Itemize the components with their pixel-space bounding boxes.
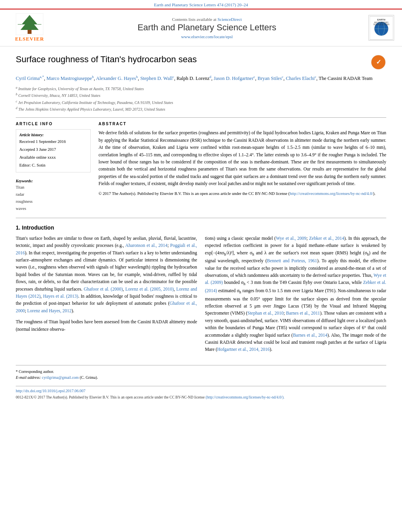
author-stiles[interactable]: Bryan Stiles (258, 76, 282, 81)
accepted-text: Accepted 3 June 2017 (19, 146, 87, 153)
keyword-radar: radar (16, 191, 91, 198)
elsevier-header: ELSEVIER Contents lists available at Sci… (0, 9, 402, 46)
author-elachi[interactable]: Charles Elachi (286, 76, 315, 81)
divider-1 (16, 117, 386, 118)
affil-a: a Institute for Geophysics, University o… (16, 85, 386, 92)
ref-lorenz2005[interactable]: Lorenz et al. (2005, 2010) (125, 287, 174, 291)
ref-barnes2014[interactable]: Barnes et al., 2014 (293, 333, 327, 337)
history-label: Article history: (19, 132, 87, 138)
svg-text:✓: ✓ (376, 59, 381, 65)
ref-wye2009b[interactable]: Wye et al. (2009) (205, 273, 386, 285)
introduction-columns: Titan's surface bodies are similar to th… (16, 235, 386, 357)
editor-text: Editor: C. Sotin (19, 162, 87, 169)
intro-right-col: tions) using a classic specular model (W… (205, 235, 386, 357)
contents-line: Contents lists available at ScienceDirec… (51, 17, 363, 22)
intro-para1: Titan's surface bodies are similar to th… (16, 235, 197, 314)
ref-zebker2014b[interactable]: Zebker et al. (2014) (205, 280, 386, 293)
doi-link[interactable]: http://dx.doi.org/10.1016/j.epsl.2017.06… (16, 389, 386, 393)
earth-logo-icon: EARTH AND PLANETARY SCIENCE LETTERS (368, 15, 394, 41)
abstract-text: We derive fields of solutions for the su… (99, 129, 386, 187)
available-text: Available online xxxx (19, 154, 87, 161)
affil-b: b Cornell University, Ithaca, NY 14853, … (16, 92, 386, 99)
article-title: Surface roughness of Titan's hydrocarbon… (16, 54, 367, 65)
author-wall[interactable]: Stephen D. Wall (140, 76, 173, 81)
intro-para3: tions) using a classic specular model (W… (205, 235, 386, 353)
ref-wye2009[interactable]: Wye et al., 2009 (276, 236, 306, 241)
authors-section: Cyril Grimaa,*, Marco Mastrogiuseppeb, A… (16, 74, 386, 82)
article-info-heading: ARTICLE INFO (16, 122, 91, 126)
article-info-column: ARTICLE INFO Article history: Received 1… (16, 122, 91, 212)
intro-heading: 1. Introduction (16, 224, 386, 231)
author-mastrogiuseppe[interactable]: Marco Mastrogiuseppe (47, 76, 92, 81)
ref-aharonson[interactable]: Aharonson et al., 2014 (125, 243, 168, 248)
author-hofgartner[interactable]: Jason D. Hofgartner (214, 76, 253, 81)
elsevier-tree-icon (16, 13, 43, 35)
ref-bennett[interactable]: Bennett and Porteus, 1961 (267, 258, 317, 263)
svg-text:EARTH: EARTH (377, 19, 385, 21)
earth-logo-box: EARTH AND PLANETARY SCIENCE LETTERS (363, 15, 394, 41)
ref-hayes2013[interactable]: Hayes et al. (2013) (43, 294, 78, 298)
keywords-list: Titan radar roughness waves (16, 184, 91, 212)
header-center: Contents lists available at ScienceDirec… (51, 17, 363, 39)
ref-hofgartner[interactable]: Hofgartner et al., 2014, 2016 (217, 347, 270, 352)
keyword-roughness: roughness (16, 198, 91, 205)
footer-text: 0012-821X/© 2017 The Author(s). Publishe… (16, 395, 386, 400)
abstract-heading: ABSTRACT (99, 122, 386, 126)
keywords-label: Keywords: (16, 179, 91, 183)
elsevier-name: ELSEVIER (15, 36, 44, 42)
footnote-section: * Corresponding author. E-mail address: … (16, 365, 386, 380)
intro-left-col: Titan's surface bodies are similar to th… (16, 235, 197, 357)
footnote-email-name: (C. Grima). (80, 375, 98, 380)
received-text: Received 1 September 2016 (19, 139, 87, 145)
ref-stephan[interactable]: Stephan et al., 2010 (248, 311, 284, 315)
abstract-column: ABSTRACT We derive fields of solutions f… (99, 122, 386, 212)
footnote-star: * Corresponding author. (16, 369, 54, 374)
elsevier-logo: ELSEVIER (8, 13, 51, 42)
affiliations-section: a Institute for Geophysics, University o… (16, 85, 386, 113)
introduction-section: 1. Introduction Titan's surface bodies a… (16, 224, 386, 357)
ref-poggiali[interactable]: Poggiali et al., 2016 (16, 243, 197, 255)
footnote-email-label: E-mail address: (16, 375, 41, 380)
author-grima[interactable]: Cyril Grima (16, 76, 40, 81)
ref-ghafoor2000[interactable]: Ghafoor et al. (2000) (84, 287, 123, 291)
affil-d: d The Johns Hopkins University Applied P… (16, 106, 386, 113)
footer-cc-link[interactable]: (http://creativecommons.org/licenses/by-… (206, 395, 285, 399)
sciencedirect-link[interactable]: ScienceDirect (218, 17, 242, 22)
copyright-line: © 2017 The Author(s). Published by Elsev… (99, 191, 386, 197)
footnote-text: * Corresponding author. E-mail address: … (16, 369, 386, 380)
article-history-box: Article history: Received 1 September 20… (16, 129, 91, 172)
journal-reference[interactable]: Earth and Planetary Science Letters 474 … (154, 2, 248, 7)
main-content: Surface roughness of Titan's hydrocarbon… (0, 46, 402, 408)
svg-rect-3 (28, 30, 32, 34)
ref-lorenz-hayes2[interactable]: Lorenz and Hayes, 2012 (27, 308, 71, 313)
journal-url-link[interactable]: www.elsevier.com/locate/epsl (51, 34, 363, 39)
svg-text:SCIENCE LETTERS: SCIENCE LETTERS (373, 24, 389, 26)
elsevier-logo-box: ELSEVIER (8, 13, 51, 42)
crossmark-icon: ✓ (370, 54, 386, 70)
journal-title: Earth and Planetary Science Letters (51, 22, 363, 33)
article-title-section: Surface roughness of Titan's hydrocarbon… (16, 54, 386, 70)
intro-para2: The roughness of Titan liquid bodies hav… (16, 318, 197, 333)
ref-zebker2014[interactable]: Zebker et al., 2014 (309, 236, 344, 241)
author-hayes[interactable]: Alexander G. Hayes (96, 76, 136, 81)
keyword-titan: Titan (16, 184, 91, 191)
cc-license-link[interactable]: http://creativecommons.org/licenses/by-n… (290, 191, 373, 196)
affil-c: c Jet Propulsion Laboratory, California … (16, 99, 386, 106)
divider-2 (16, 218, 386, 218)
info-abstract-section: ARTICLE INFO Article history: Received 1… (16, 122, 386, 212)
footnote-email-link[interactable]: cyrilgrima@gmail.com (42, 375, 78, 380)
top-bar: Earth and Planetary Science Letters 474 … (0, 0, 402, 9)
keyword-waves: waves (16, 205, 91, 212)
ref-barnes2011[interactable]: Barnes et al., 2011 (286, 311, 320, 315)
page-footer: http://dx.doi.org/10.1016/j.epsl.2017.06… (16, 386, 386, 400)
